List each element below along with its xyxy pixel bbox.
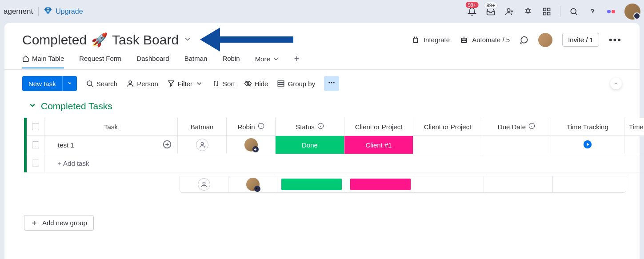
apps-icon[interactable]: [523, 6, 533, 17]
chevron-down-icon: [67, 80, 72, 86]
tabs-more[interactable]: More: [255, 55, 279, 68]
svg-point-9: [462, 40, 464, 41]
new-task-button[interactable]: New task: [22, 76, 77, 91]
hide-button[interactable]: Hide: [244, 80, 268, 88]
collapse-button[interactable]: [610, 78, 622, 89]
select-all-checkbox[interactable]: [32, 123, 39, 130]
toolbar: New task Search Person Filter Sort Hide: [4, 70, 640, 97]
client2-cell[interactable]: [413, 136, 482, 154]
filter-button[interactable]: Filter: [167, 80, 203, 88]
header-actions: Integrate Automate / 5 Invite / 1 •••: [411, 33, 622, 47]
col-label: Batman: [191, 123, 214, 131]
filter-icon: [167, 80, 175, 88]
rocket-icon: 🚀: [91, 32, 108, 48]
person-filter-button[interactable]: Person: [126, 80, 158, 88]
svg-point-12: [129, 81, 132, 84]
owner-avatar[interactable]: [538, 33, 552, 47]
col-batman[interactable]: Batman: [178, 118, 227, 135]
tab-main-table[interactable]: Main Table: [22, 55, 64, 68]
summary-robin: [228, 176, 277, 193]
sort-label: Sort: [223, 80, 235, 88]
apps-grid-icon[interactable]: [541, 6, 552, 17]
col-client1[interactable]: Client or Project: [344, 118, 413, 135]
more-options-icon[interactable]: •••: [609, 34, 622, 46]
invite-button[interactable]: Invite / 1: [562, 33, 599, 47]
automate-label: Automate / 5: [472, 36, 510, 44]
summary-client: [346, 176, 415, 193]
product-logo-icon[interactable]: [606, 6, 616, 17]
client-cell[interactable]: Client #1: [344, 136, 413, 154]
col-label: Client or Project: [355, 123, 403, 131]
diamond-icon: [44, 7, 52, 16]
tab-request-form[interactable]: Request Form: [79, 55, 121, 68]
status-cell[interactable]: Done: [276, 136, 344, 154]
svg-point-5: [571, 8, 576, 14]
integrate-button[interactable]: Integrate: [411, 36, 450, 44]
col-due-date[interactable]: Due Date: [482, 118, 551, 135]
info-icon[interactable]: [317, 123, 324, 131]
add-group-button[interactable]: Add new group: [24, 215, 94, 231]
notifications-icon[interactable]: 99+: [467, 6, 477, 17]
task-name-cell[interactable]: test 1: [44, 136, 178, 154]
svg-point-26: [203, 182, 205, 184]
info-icon[interactable]: [528, 123, 535, 131]
search-icon[interactable]: [568, 6, 579, 17]
search-button[interactable]: Search: [86, 80, 118, 88]
due-date-cell[interactable]: [482, 136, 551, 154]
new-task-dropdown[interactable]: [62, 76, 77, 91]
board-title[interactable]: Completed 🚀 Task Board: [22, 32, 179, 48]
empty-person-icon: [196, 139, 208, 151]
plus-icon: [31, 219, 38, 227]
automate-button[interactable]: Automate / 5: [460, 36, 510, 44]
summary-status-bar: [281, 179, 342, 190]
time-tracking-cell[interactable]: [551, 136, 624, 154]
board-title-suffix: Task Board: [112, 32, 179, 48]
col-client2[interactable]: Client or Project: [413, 118, 482, 135]
col-label: Robin: [237, 123, 255, 131]
robin-cell[interactable]: [227, 136, 276, 154]
info-icon[interactable]: [258, 123, 264, 131]
group-title[interactable]: Completed Tasks: [41, 101, 112, 112]
tab-dashboard[interactable]: Dashboard: [136, 55, 169, 68]
annotation-arrow: [196, 24, 298, 57]
add-task-row: + Add task: [27, 154, 644, 172]
user-avatar[interactable]: [624, 4, 640, 20]
play-icon[interactable]: [583, 139, 592, 151]
time2-cell[interactable]: [624, 136, 644, 154]
summary-client2: [415, 176, 484, 193]
svg-rect-15: [278, 83, 284, 84]
sort-button[interactable]: Sort: [212, 80, 235, 88]
board-title-prefix: Completed: [22, 32, 87, 48]
upgrade-button[interactable]: Upgrade: [44, 7, 83, 16]
batman-cell[interactable]: [178, 136, 227, 154]
col-time2[interactable]: Time: [624, 118, 644, 135]
add-task-button[interactable]: + Add task: [44, 154, 644, 172]
separator: [38, 7, 39, 16]
add-group-label: Add new group: [42, 219, 87, 227]
sort-icon: [212, 80, 220, 88]
conversation-icon[interactable]: [162, 139, 172, 151]
col-label: Due Date: [498, 123, 526, 131]
toolbar-more-button[interactable]: [324, 76, 339, 91]
col-label: Time Tracking: [567, 123, 608, 131]
col-label: Time: [629, 123, 644, 131]
group-by-button[interactable]: Group by: [277, 80, 315, 88]
status-value: Done: [276, 136, 344, 154]
discussion-icon[interactable]: [520, 36, 528, 44]
invite-members-icon[interactable]: [504, 6, 515, 17]
chevron-down-icon[interactable]: [183, 35, 192, 45]
svg-point-0: [507, 8, 510, 12]
notifications-badge: 99+: [466, 2, 479, 8]
inbox-icon[interactable]: 99+: [485, 6, 496, 17]
workspace-label-partial: agement: [4, 7, 33, 16]
summary-row: [180, 176, 640, 193]
col-status[interactable]: Status: [276, 118, 344, 135]
help-icon[interactable]: [587, 6, 598, 17]
col-time-tracking[interactable]: Time Tracking: [551, 118, 624, 135]
svg-point-19: [333, 82, 335, 84]
group-collapse-icon[interactable]: [28, 101, 36, 111]
row-checkbox[interactable]: [32, 141, 39, 148]
col-robin[interactable]: Robin: [227, 118, 276, 135]
col-label: Client or Project: [424, 123, 472, 131]
col-task[interactable]: Task: [44, 118, 178, 135]
